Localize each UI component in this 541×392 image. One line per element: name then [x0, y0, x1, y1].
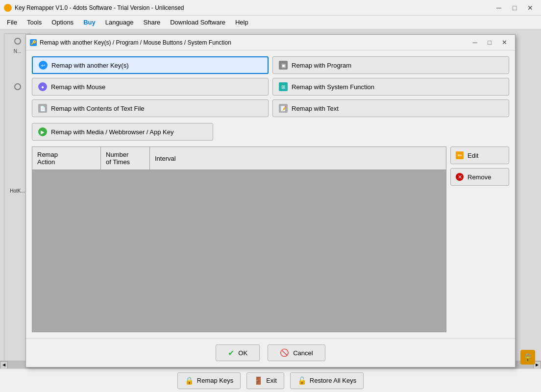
- remap-text-button[interactable]: 📝 Remap with Text: [272, 99, 509, 117]
- table-col-times: Numberof Times: [101, 147, 150, 170]
- table-col-action: RemapAction: [32, 147, 101, 170]
- modal-body: ↩ Remap with another Key(s) ▣ Remap with…: [26, 50, 515, 338]
- edit-button[interactable]: ✏ Edit: [450, 147, 509, 164]
- remove-label: Remove: [467, 173, 491, 181]
- menu-share[interactable]: Share: [139, 17, 166, 28]
- media-button-row: ▶ Remap with Media / Webbrowser / App Ke…: [32, 123, 509, 141]
- remap-another-keys-label: Remap with another Key(s): [51, 62, 129, 69]
- remap-text-label: Remap with Text: [292, 105, 339, 112]
- restore-icon: 🔓: [297, 376, 307, 385]
- remap-program-icon: ▣: [279, 61, 288, 70]
- menu-options[interactable]: Options: [47, 17, 78, 28]
- remap-mouse-icon: ●: [38, 82, 47, 91]
- window-controls: ─ □ ✕: [492, 2, 537, 14]
- exit-label: Exit: [266, 377, 277, 384]
- menu-file[interactable]: File: [2, 17, 22, 28]
- app-title: Key Remapper V1.0 - 4dots Software - Tri…: [15, 4, 492, 11]
- remap-system-button[interactable]: ⊞ Remap with System Function: [272, 78, 509, 96]
- menu-bar: File Tools Options Buy Language Share Do…: [0, 16, 541, 29]
- edit-label: Edit: [467, 152, 478, 159]
- menu-tools[interactable]: Tools: [22, 17, 47, 28]
- ok-label: OK: [238, 349, 247, 357]
- remap-system-icon: ⊞: [279, 82, 288, 91]
- menu-language[interactable]: Language: [100, 17, 139, 28]
- menu-download-software[interactable]: Download Software: [165, 17, 230, 28]
- col-action-label: RemapAction: [37, 151, 58, 166]
- modal-footer: ✔ OK 🚫 Cancel: [26, 338, 515, 367]
- remap-keys-icon: 🔒: [185, 376, 194, 385]
- remap-table: RemapAction Numberof Times Interval: [32, 147, 446, 332]
- modal-maximize-button[interactable]: □: [483, 37, 496, 49]
- modal-title-bar: 🔑 Remap with another Key(s) / Program / …: [26, 35, 515, 50]
- restore-all-keys-button[interactable]: 🔓 Restore All Keys: [290, 372, 364, 389]
- remap-text-file-button[interactable]: 📄 Remap with Contents of Text File: [32, 99, 269, 117]
- ok-icon: ✔: [228, 348, 234, 358]
- minimize-button[interactable]: ─: [492, 2, 506, 14]
- remove-button[interactable]: ✕ Remove: [450, 168, 509, 186]
- remap-another-keys-button[interactable]: ↩ Remap with another Key(s): [32, 56, 269, 74]
- remap-mouse-label: Remap with Mouse: [51, 83, 105, 91]
- modal-close-button[interactable]: ✕: [497, 37, 511, 49]
- app-icon: [4, 4, 12, 12]
- modal-controls: ─ □ ✕: [468, 37, 511, 49]
- restore-all-keys-label: Restore All Keys: [310, 377, 356, 384]
- menu-buy[interactable]: Buy: [78, 17, 100, 28]
- remap-button-grid: ↩ Remap with another Key(s) ▣ Remap with…: [32, 56, 509, 117]
- cancel-label: Cancel: [293, 349, 313, 357]
- remap-text-icon: 📝: [279, 104, 288, 113]
- remap-system-label: Remap with System Function: [292, 83, 374, 91]
- remap-keys-label: Remap Keys: [197, 377, 233, 384]
- remap-program-label: Remap with Program: [292, 62, 351, 69]
- main-area: N... HotK... 🔑 Remap with another Key(s)…: [0, 29, 541, 392]
- col-times-label: Numberof Times: [106, 151, 130, 166]
- remap-text-file-icon: 📄: [38, 104, 47, 113]
- remove-icon: ✕: [456, 173, 464, 181]
- title-bar: Key Remapper V1.0 - 4dots Software - Tri…: [0, 0, 541, 16]
- remap-media-label: Remap with Media / Webbrowser / App Key: [51, 128, 174, 136]
- modal-minimize-button[interactable]: ─: [468, 37, 482, 49]
- maximize-button[interactable]: □: [508, 2, 521, 14]
- modal-overlay: 🔑 Remap with another Key(s) / Program / …: [0, 29, 541, 368]
- modal-title-text: Remap with another Key(s) / Program / Mo…: [40, 39, 468, 46]
- remap-keys-icon: ↩: [39, 61, 48, 70]
- exit-button[interactable]: 🚪 Exit: [246, 372, 284, 389]
- table-col-interval: Interval: [150, 147, 446, 170]
- side-buttons: ✏ Edit ✕ Remove: [450, 147, 509, 332]
- remap-mouse-button[interactable]: ● Remap with Mouse: [32, 78, 269, 96]
- edit-icon: ✏: [456, 151, 464, 159]
- table-header: RemapAction Numberof Times Interval: [32, 147, 446, 170]
- modal-title-icon: 🔑: [30, 39, 37, 46]
- remap-media-icon: ▶: [38, 127, 47, 136]
- ok-button[interactable]: ✔ OK: [216, 344, 260, 361]
- table-area: RemapAction Numberof Times Interval: [32, 147, 509, 332]
- remap-program-button[interactable]: ▣ Remap with Program: [272, 56, 509, 74]
- cancel-button[interactable]: 🚫 Cancel: [268, 344, 325, 361]
- exit-icon: 🚪: [254, 376, 263, 385]
- modal-dialog: 🔑 Remap with another Key(s) / Program / …: [25, 34, 516, 368]
- remap-keys-button[interactable]: 🔒 Remap Keys: [177, 372, 241, 389]
- remap-text-file-label: Remap with Contents of Text File: [51, 105, 145, 112]
- remap-media-button[interactable]: ▶ Remap with Media / Webbrowser / App Ke…: [32, 123, 213, 141]
- col-interval-label: Interval: [155, 155, 176, 162]
- cancel-icon: 🚫: [280, 348, 289, 357]
- bottom-bar: 🔒 Remap Keys 🚪 Exit 🔓 Restore All Keys: [0, 368, 541, 392]
- close-button[interactable]: ✕: [523, 2, 537, 14]
- table-body: [32, 170, 446, 332]
- menu-help[interactable]: Help: [230, 17, 253, 28]
